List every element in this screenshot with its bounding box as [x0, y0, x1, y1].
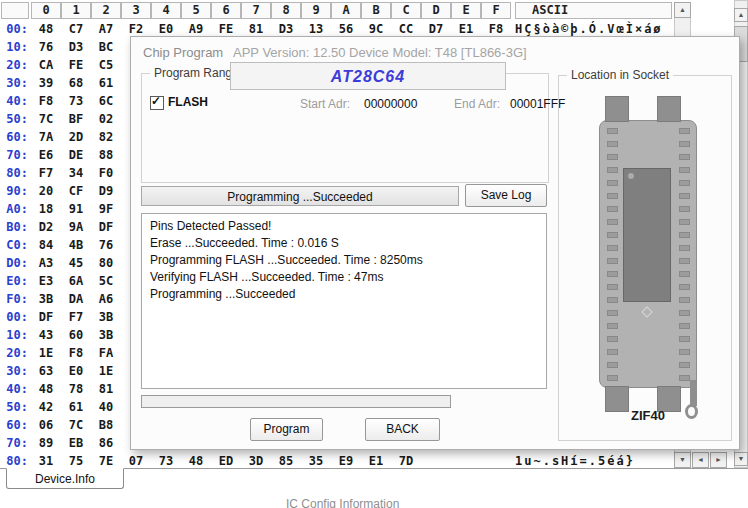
- hex-byte[interactable]: E1: [451, 22, 481, 36]
- hex-byte[interactable]: F7: [31, 166, 61, 180]
- hex-byte[interactable]: F8: [61, 346, 91, 360]
- hex-byte[interactable]: 84: [31, 238, 61, 252]
- hex-byte[interactable]: 88: [91, 148, 121, 162]
- hex-byte[interactable]: 7E: [91, 454, 121, 468]
- hex-byte[interactable]: F7: [61, 310, 91, 324]
- hex-byte[interactable]: BC: [91, 40, 121, 54]
- flash-checkbox[interactable]: ✓: [150, 96, 164, 110]
- hex-byte[interactable]: C5: [91, 58, 121, 72]
- hex-byte[interactable]: 7A: [31, 130, 61, 144]
- hex-byte[interactable]: FE: [61, 58, 91, 72]
- hex-byte[interactable]: 76: [91, 238, 121, 252]
- hex-byte[interactable]: 63: [31, 364, 61, 378]
- hex-byte[interactable]: 48: [31, 22, 61, 36]
- hex-scroll-left-button[interactable]: ◄: [692, 452, 709, 468]
- hex-byte[interactable]: C7: [61, 22, 91, 36]
- hex-byte[interactable]: 45: [61, 256, 91, 270]
- hex-byte[interactable]: CF: [61, 184, 91, 198]
- hex-byte[interactable]: A3: [31, 256, 61, 270]
- hex-byte[interactable]: E0: [151, 22, 181, 36]
- hex-scroll-right-button[interactable]: ►: [710, 452, 727, 468]
- hex-byte[interactable]: 61: [61, 400, 91, 414]
- hex-byte[interactable]: 3B: [91, 328, 121, 342]
- window-scroll-down-button[interactable]: ▼: [734, 452, 748, 466]
- hex-byte[interactable]: 3B: [91, 310, 121, 324]
- hex-byte[interactable]: 13: [301, 22, 331, 36]
- hex-byte[interactable]: 89: [31, 436, 61, 450]
- hex-byte[interactable]: 7C: [61, 418, 91, 432]
- program-button[interactable]: Program: [250, 418, 323, 441]
- hex-byte[interactable]: DF: [91, 220, 121, 234]
- hex-byte[interactable]: A6: [91, 292, 121, 306]
- hex-byte[interactable]: 4B: [61, 238, 91, 252]
- hex-byte[interactable]: 35: [301, 454, 331, 468]
- hex-byte[interactable]: 73: [151, 454, 181, 468]
- hex-byte[interactable]: DE: [61, 148, 91, 162]
- hex-byte[interactable]: F8: [481, 22, 511, 36]
- hex-byte[interactable]: E6: [31, 148, 61, 162]
- hex-byte[interactable]: 7D: [391, 454, 421, 468]
- hex-scroll-down-button[interactable]: ▼: [674, 452, 691, 468]
- hex-byte[interactable]: 82: [91, 130, 121, 144]
- hex-byte[interactable]: 1E: [31, 346, 61, 360]
- hex-byte[interactable]: E0: [61, 364, 91, 378]
- hex-byte[interactable]: 9A: [61, 220, 91, 234]
- hex-ascii[interactable]: 1u~.sHí=.5éá}: [515, 454, 635, 468]
- hex-byte[interactable]: 2D: [61, 130, 91, 144]
- hex-byte[interactable]: E1: [361, 454, 391, 468]
- hex-byte[interactable]: 6A: [61, 274, 91, 288]
- hex-byte[interactable]: 7C: [31, 112, 61, 126]
- hex-byte[interactable]: 40: [91, 400, 121, 414]
- hex-byte[interactable]: E9: [331, 454, 361, 468]
- hex-byte[interactable]: D3: [271, 22, 301, 36]
- hex-byte[interactable]: D2: [31, 220, 61, 234]
- hex-byte[interactable]: 1E: [91, 364, 121, 378]
- window-scroll-up-button[interactable]: ▲: [734, 8, 748, 22]
- hex-byte[interactable]: B8: [91, 418, 121, 432]
- hex-byte[interactable]: BF: [61, 112, 91, 126]
- hex-byte[interactable]: 48: [31, 382, 61, 396]
- hex-byte[interactable]: DF: [31, 310, 61, 324]
- hex-byte[interactable]: 80: [91, 256, 121, 270]
- hex-byte[interactable]: CC: [391, 22, 421, 36]
- hex-byte[interactable]: DA: [61, 292, 91, 306]
- hex-byte[interactable]: 81: [241, 22, 271, 36]
- hex-byte[interactable]: FA: [91, 346, 121, 360]
- hex-scroll-up-button[interactable]: ▲: [674, 2, 691, 18]
- hex-byte[interactable]: F0: [91, 166, 121, 180]
- hex-byte[interactable]: F2: [121, 22, 151, 36]
- hex-byte[interactable]: 06: [31, 418, 61, 432]
- hex-byte[interactable]: 31: [31, 454, 61, 468]
- hex-byte[interactable]: 6C: [91, 94, 121, 108]
- hex-byte[interactable]: D3: [61, 40, 91, 54]
- hex-byte[interactable]: 60: [61, 328, 91, 342]
- hex-byte[interactable]: 91: [61, 202, 91, 216]
- hex-byte[interactable]: 85: [271, 454, 301, 468]
- hex-byte[interactable]: 73: [61, 94, 91, 108]
- hex-byte[interactable]: 81: [91, 382, 121, 396]
- hex-byte[interactable]: A7: [91, 22, 121, 36]
- hex-byte[interactable]: 39: [31, 76, 61, 90]
- hex-byte[interactable]: 43: [31, 328, 61, 342]
- hex-byte[interactable]: 02: [91, 112, 121, 126]
- hex-byte[interactable]: 61: [91, 76, 121, 90]
- hex-byte[interactable]: 3D: [241, 454, 271, 468]
- hex-byte[interactable]: 9C: [361, 22, 391, 36]
- tab-device-info[interactable]: Device.Info: [6, 468, 124, 489]
- hex-byte[interactable]: 76: [31, 40, 61, 54]
- hex-byte[interactable]: 18: [31, 202, 61, 216]
- hex-byte[interactable]: 9F: [91, 202, 121, 216]
- hex-byte[interactable]: 48: [181, 454, 211, 468]
- hex-byte[interactable]: D7: [421, 22, 451, 36]
- log-area[interactable]: Pins Detected Passed!Erase ...Succeeded.…: [141, 213, 547, 389]
- save-log-button[interactable]: Save Log: [465, 184, 547, 207]
- hex-byte[interactable]: F8: [31, 94, 61, 108]
- hex-byte[interactable]: 56: [331, 22, 361, 36]
- hex-byte[interactable]: 07: [121, 454, 151, 468]
- hex-byte[interactable]: 42: [31, 400, 61, 414]
- hex-byte[interactable]: 78: [61, 382, 91, 396]
- hex-byte[interactable]: ED: [211, 454, 241, 468]
- back-button[interactable]: BACK: [365, 418, 440, 441]
- hex-byte[interactable]: 86: [91, 436, 121, 450]
- hex-byte[interactable]: 20: [31, 184, 61, 198]
